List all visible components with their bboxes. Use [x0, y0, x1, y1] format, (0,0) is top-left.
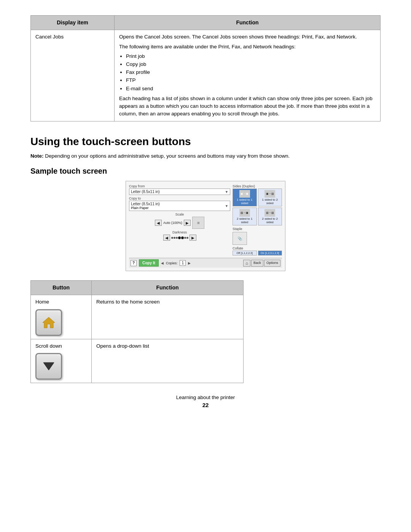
ts-staple-label: Staple: [233, 227, 242, 231]
ts-darkness-dots: [171, 236, 188, 239]
ts-back-button[interactable]: Back: [251, 260, 263, 267]
ts-collate: Collate Off [1,1,2,2,3] On [1,2,3,1,2,3]: [233, 246, 282, 256]
table-row: Scroll down Opens a drop-down list: [31, 339, 244, 383]
function-cell: Opens the Cancel Jobs screen. The Cancel…: [115, 30, 381, 121]
ts-copy-to-select[interactable]: Letter (8.5x11 in) Plain Paper ▼: [129, 201, 230, 211]
note-text: Depending on your options and administra…: [44, 153, 290, 159]
ts-help-button[interactable]: ?: [131, 260, 137, 266]
ts-scale-img: ⊞: [192, 217, 204, 229]
bullet-list: Print job Copy job Fax profile FTP E-mai…: [126, 53, 376, 93]
touch-screen-container: Copy from Letter (8.5x11 in) ▼ Copy to L…: [30, 181, 381, 271]
ts-darkness-increase[interactable]: ▶: [190, 235, 196, 241]
function-p3: Each heading has a list of jobs shown in…: [119, 95, 376, 118]
ts-copy-to-label: Copy to: [129, 197, 230, 200]
ts-sides: Sides (Duplex) ▣→▣ 1 sided to 1 sided ▣→…: [233, 184, 282, 225]
ts-darkness-decrease[interactable]: ◀: [163, 235, 170, 241]
ts-copies-label: Copies:: [166, 261, 178, 265]
ts-options-button[interactable]: Options: [264, 260, 280, 267]
function-p1: Opens the Cancel Jobs screen. The Cancel…: [119, 33, 376, 41]
ts-side-btn-4[interactable]: ▨→▨ 2 sided to 2 sided: [258, 208, 282, 225]
dot1: [171, 237, 173, 239]
note-paragraph: Note: Depending on your options and admi…: [30, 152, 381, 160]
table-row: Cancel Jobs Opens the Cancel Jobs screen…: [31, 30, 381, 121]
col-header-display-item: Display item: [31, 16, 115, 30]
ts-copies-value: 1: [180, 260, 186, 266]
ts-side-btn-1[interactable]: ▣→▣ 1 sided to 1 sided: [233, 189, 257, 206]
ts-side-label-3: 2 sided to 1 sided: [234, 217, 255, 224]
ts-side-label-4: 2 sided to 2 sided: [260, 217, 281, 224]
ts-copy-from-label: Copy from: [129, 184, 230, 188]
ts-right-panel: Sides (Duplex) ▣→▣ 1 sided to 1 sided ▣→…: [233, 184, 282, 256]
home-button-cell: Home: [31, 295, 92, 339]
dot6: [184, 237, 186, 239]
ts-scale: Scale ◀ Auto (100%) ▶ ⊞: [129, 212, 230, 229]
ts-darkness: Darkness ◀ ▶: [129, 230, 230, 241]
ts-scale-label: Scale: [129, 212, 230, 216]
ts-collate-off[interactable]: Off [1,1,2,2,3]: [233, 251, 257, 256]
ts-darkness-label: Darkness: [129, 230, 230, 234]
ts-side-label-1: 1 sided to 1 sided: [234, 198, 255, 205]
scroll-down-button-icon: [35, 353, 62, 380]
ts-copy-to-values: Letter (8.5x11 in) Plain Paper: [131, 202, 160, 210]
top-info-table: Display item Function Cancel Jobs Opens …: [30, 15, 381, 121]
scroll-button-label: Scroll down: [35, 342, 87, 350]
ts-side-icon-1: ▣→▣: [239, 190, 250, 198]
ts-scale-info: Auto (100%): [163, 221, 182, 225]
bottom-info-table: Button Function Home Returns to the home…: [30, 280, 244, 383]
ts-copy-to: Copy to Letter (8.5x11 in) Plain Paper ▼: [129, 197, 230, 211]
dot4: [178, 236, 181, 239]
dot7: [186, 237, 188, 239]
ts-staple: Staple 📎: [233, 227, 282, 245]
bottom-col-header-button: Button: [31, 281, 92, 295]
ts-staple-icon: 📎: [233, 232, 247, 245]
svg-marker-1: [43, 363, 54, 370]
footer: Learning about the printer 22: [30, 395, 381, 408]
ts-arrow-left-icon: ◀: [161, 261, 164, 265]
home-svg-icon: [42, 316, 56, 329]
ts-scale-decrease[interactable]: ◀: [155, 220, 162, 226]
section-title: Using the touch-screen buttons: [30, 135, 381, 148]
home-button-icon: [35, 309, 62, 336]
ts-side-btn-3[interactable]: ▨→▣ 2 sided to 1 sided: [233, 208, 257, 225]
ts-copy-to-sub: Plain Paper: [131, 206, 160, 210]
list-item: Copy job: [126, 61, 376, 68]
home-button-label: Home: [35, 298, 87, 306]
function-p2: The following items are available under …: [119, 43, 376, 51]
dot3: [176, 237, 178, 239]
ts-side-label-2: 1 sided to 2 sided: [260, 198, 281, 205]
dot2: [174, 237, 175, 239]
ts-nav-buttons: ⌂ Back Options: [243, 260, 280, 267]
ts-side-btn-2[interactable]: ▣→▨ 1 sided to 2 sided: [258, 189, 282, 206]
svg-marker-0: [43, 317, 55, 328]
ts-collate-label: Collate: [233, 246, 282, 250]
ts-copy-to-value: Letter (8.5x11 in): [131, 202, 160, 206]
bottom-col-header-function: Function: [92, 281, 244, 295]
ts-collate-on[interactable]: On [1,2,3,1,2,3]: [258, 251, 282, 256]
home-function-cell: Returns to the home screen: [92, 295, 244, 339]
note-label: Note:: [30, 153, 44, 159]
ts-scale-row: ◀ Auto (100%) ▶ ⊞: [129, 217, 230, 229]
ts-side-icon-3: ▨→▣: [239, 209, 250, 217]
ts-copy-from-arrow: ▼: [225, 190, 228, 194]
touch-screen-mockup: Copy from Letter (8.5x11 in) ▼ Copy to L…: [126, 181, 285, 271]
list-item: Print job: [126, 53, 376, 60]
list-item: Fax profile: [126, 69, 376, 76]
ts-home-nav-button[interactable]: ⌂: [243, 260, 250, 267]
scroll-button-cell: Scroll down: [31, 339, 92, 383]
ts-collate-grid: Off [1,1,2,2,3] On [1,2,3,1,2,3]: [233, 251, 282, 256]
ts-scale-increase[interactable]: ▶: [184, 220, 191, 226]
ts-copy-from-select[interactable]: Letter (8.5x11 in) ▼: [129, 189, 230, 195]
ts-bottom-bar: ? Copy It ◀ Copies: 1 ▶ ⌂ Back Options: [129, 258, 282, 268]
sub-title: Sample touch screen: [30, 167, 381, 176]
col-header-function: Function: [115, 16, 381, 30]
ts-darkness-row: ◀ ▶: [129, 235, 230, 241]
ts-sides-grid: ▣→▣ 1 sided to 1 sided ▣→▨ 1 sided to 2 …: [233, 189, 282, 225]
list-item: E-mail send: [126, 85, 376, 93]
table-row: Home Returns to the home screen: [31, 295, 244, 339]
ts-sides-label: Sides (Duplex): [233, 184, 282, 188]
ts-arrow-right-icon: ▶: [188, 261, 191, 265]
ts-copy-it-button[interactable]: Copy It: [139, 259, 159, 267]
ts-copy-to-arrow: ▼: [225, 204, 228, 208]
ts-left-panel: Copy from Letter (8.5x11 in) ▼ Copy to L…: [129, 184, 230, 256]
scroll-down-svg-icon: [43, 361, 55, 372]
